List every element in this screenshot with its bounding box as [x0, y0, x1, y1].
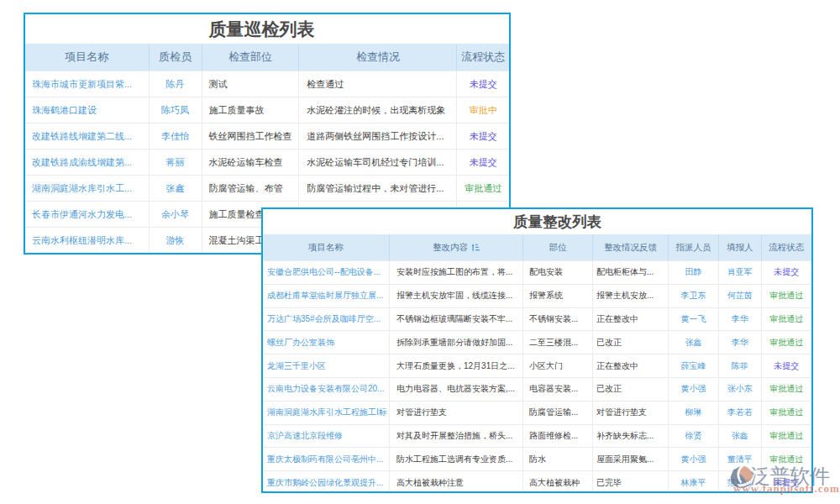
column-header-content[interactable]: 整改内容 [390, 234, 523, 260]
assignee-cell: 徐贤 [669, 425, 719, 448]
status-badge: 审批通过 [762, 378, 812, 401]
fanpu-logo: 泛普软件 www.fanpusoft.com [724, 462, 840, 504]
project-link[interactable]: 螺丝厂办公室装饰 [263, 331, 390, 354]
project-link[interactable]: 龙湖三千里小区 [263, 354, 390, 377]
part-cell: 路面维修检... [523, 425, 593, 448]
project-link[interactable]: 京沪高速北京段维修 [263, 425, 390, 448]
assignee-cell: 黄小强 [669, 378, 719, 401]
table-row[interactable]: 云南电力设备安装有限公司20... 电力电容器、电抗器安装方案,... 电容器安… [263, 377, 811, 401]
assignee-cell: 柳琳 [669, 402, 719, 424]
feedback-cell: 正在整改中 [593, 308, 669, 331]
column-header-part: 检查部位 [202, 44, 300, 71]
inspection-table-header: 项目名称 质检员 检查部位 检查情况 流程状态 [25, 44, 509, 71]
status-badge: 审批中 [457, 97, 509, 123]
situation-cell: 检查通过 [299, 71, 457, 97]
column-header-status: 流程状态 [457, 44, 509, 71]
rectification-table-body: 安徽合肥供电公司--配电设备... 安装时应按施工图的布置，将... 配电安装 … [263, 260, 811, 491]
inspection-table-title: 质量巡检列表 [25, 14, 509, 44]
feedback-cell: 已改正 [593, 331, 669, 354]
content-cell: 安装时应按施工图的布置，将... [390, 261, 523, 284]
status-badge: 未提交 [457, 123, 509, 149]
project-link[interactable]: 重庆市鹅岭公园绿化景观提升... [263, 471, 390, 491]
feedback-cell: 正在整改中 [593, 354, 669, 377]
inspector-cell: 陈丹 [150, 71, 202, 97]
assignee-cell: 黄小强 [669, 448, 719, 470]
reporter-cell: 张鑫 [719, 425, 762, 448]
table-row[interactable]: 改建铁路线增建第二线... 李佳怡 铁丝网围挡工作检查 道路两侧铁丝网围挡工作按… [25, 123, 509, 149]
assignee-cell: 黄一飞 [669, 308, 719, 331]
content-cell: 高大植被栽种注意 [390, 471, 523, 491]
part-cell: 高大植被栽种 [523, 471, 593, 491]
project-link[interactable]: 湖南洞庭湖水库引水工程施工I标 [263, 402, 390, 424]
content-cell: 不锈钢边框玻璃隔断安装不牢... [390, 308, 523, 331]
project-link[interactable]: 湖南洞庭湖水库引水工... [25, 176, 150, 201]
inspector-cell: 游恢 [150, 228, 202, 253]
feedback-cell: 补齐缺失标志... [593, 425, 669, 448]
project-link[interactable]: 云南水利枢纽潜明水库... [25, 228, 150, 253]
reporter-cell: 李华 [719, 308, 762, 331]
feedback-cell: 配电柜柜体与... [593, 261, 669, 284]
project-link[interactable]: 安徽合肥供电公司--配电设备... [263, 261, 390, 284]
project-link[interactable]: 改建铁路成渝线增建第... [25, 150, 150, 175]
project-link[interactable]: 重庆太极制药有限公司亳州中... [263, 448, 390, 470]
table-row[interactable]: 珠海市城市更新项目紫... 陈丹 测试 检查通过 未提交 [25, 71, 509, 97]
situation-cell: 道路两侧铁丝网围挡工作按设计... [299, 123, 457, 149]
project-link[interactable]: 珠海鹤港口建设 [25, 97, 150, 123]
situation-cell: 水泥砼灌注的时候，出现离析现象 [299, 97, 457, 123]
part-cell: 小区大门 [523, 354, 593, 377]
feedback-cell: 对管进行垫支 [593, 402, 669, 424]
column-header-situation: 检查情况 [299, 44, 457, 71]
status-badge: 审批通过 [762, 331, 812, 354]
table-row[interactable]: 湖南洞庭湖水库引水工... 张鑫 防腐管运输、布管 防腐管运输过程中，未对管进行… [25, 175, 509, 201]
status-badge: 未提交 [762, 261, 812, 284]
rectification-table-title: 质量整改列表 [263, 209, 811, 234]
part-cell: 测试 [202, 71, 300, 97]
table-row[interactable]: 万达广场35#会所及咖啡厅空... 不锈钢边框玻璃隔断安装不牢... 不锈钢安装… [263, 307, 811, 331]
feedback-cell: 屋面采用聚氨... [593, 448, 669, 470]
table-row[interactable]: 安徽合肥供电公司--配电设备... 安装时应按施工图的布置，将... 配电安装 … [263, 260, 811, 284]
content-cell: 对其及时开展整治措施，桥头... [390, 425, 523, 448]
project-link[interactable]: 珠海市城市更新项目紫... [25, 71, 150, 97]
column-header-feedback: 整改情况反馈 [593, 234, 669, 260]
page: 质量巡检列表 项目名称 质检员 检查部位 检查情况 流程状态 珠海市城市更新项目… [0, 0, 840, 504]
content-cell: 拆除到承重墙部分请做好加固... [390, 331, 523, 354]
content-cell: 对管进行垫支 [390, 402, 523, 424]
part-cell: 不锈钢安装... [523, 308, 593, 331]
project-link[interactable]: 长春市伊通河水力发电... [25, 202, 150, 227]
column-header-part: 部位 [523, 234, 593, 260]
reporter-cell: 陈菲 [719, 354, 762, 377]
column-header-status: 流程状态 [762, 234, 812, 260]
project-link[interactable]: 云南电力设备安装有限公司20... [263, 378, 390, 401]
feedback-cell: 已改正 [593, 378, 669, 401]
project-link[interactable]: 万达广场35#会所及咖啡厅空... [263, 308, 390, 331]
table-row[interactable]: 成都杜甫草堂临时展厅独立展... 报警主机安放牢固，线缆连接... 报警系统 报… [263, 284, 811, 307]
part-cell: 电容器安装... [523, 378, 593, 401]
table-row[interactable]: 螺丝厂办公室装饰 拆除到承重墙部分请做好加固... 二至三楼混... 已改正 张… [263, 330, 811, 354]
reporter-cell: 何芷茵 [719, 285, 762, 307]
reporter-cell: 肖亚军 [719, 261, 762, 284]
situation-cell: 水泥砼运输车司机经过专门培训... [299, 150, 457, 175]
table-row[interactable]: 珠海鹤港口建设 陈巧凤 施工质量事故 水泥砼灌注的时候，出现离析现象 审批中 [25, 97, 509, 123]
content-cell: 防水工程施工选调有专业资质... [390, 448, 523, 470]
table-row[interactable]: 龙湖三千里小区 大理石质量更换，12月31日之... 小区大门 正在整改中 薛宝… [263, 354, 811, 377]
status-badge: 未提交 [762, 354, 812, 377]
reporter-cell: 李若若 [719, 402, 762, 424]
inspector-cell: 余小琴 [150, 202, 202, 227]
status-badge: 审批通过 [762, 285, 812, 307]
assignee-cell: 张鑫 [669, 331, 719, 354]
assignee-cell: 薛宝峰 [669, 354, 719, 377]
status-badge: 审批通过 [762, 308, 812, 331]
part-cell: 铁丝网围挡工作检查 [202, 123, 300, 149]
column-header-reporter: 填报人 [719, 234, 762, 260]
sort-icon[interactable] [471, 244, 480, 251]
rectification-table-header: 项目名称 整改内容 部位 整改情况反馈 指派人员 填报人 流程状态 [263, 234, 811, 260]
project-link[interactable]: 成都杜甫草堂临时展厅独立展... [263, 285, 390, 307]
content-cell: 电力电容器、电抗器安装方案,... [390, 378, 523, 401]
table-row[interactable]: 改建铁路成渝线增建第... 蒋丽 水泥砼运输车检查 水泥砼运输车司机经过专门培训… [25, 149, 509, 175]
inspector-cell: 陈巧凤 [150, 97, 202, 123]
table-row[interactable]: 湖南洞庭湖水库引水工程施工I标 对管进行垫支 防腐管运输... 对管进行垫支 柳… [263, 401, 811, 424]
feedback-cell: 已完毕 [593, 471, 669, 491]
table-row[interactable]: 京沪高速北京段维修 对其及时开展整治措施，桥头... 路面维修检... 补齐缺失… [263, 424, 811, 448]
part-cell: 水泥砼运输车检查 [202, 150, 300, 175]
project-link[interactable]: 改建铁路线增建第二线... [25, 123, 150, 149]
